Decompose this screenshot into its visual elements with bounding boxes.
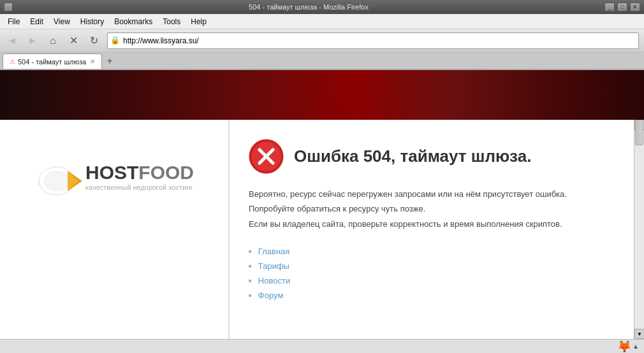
tabbar: ⚠ 504 - таймаут шлюза ✕ + [0,52,644,70]
error-header: Ошибка 504, таймаут шлюза. [249,139,625,174]
address-bar[interactable]: 🔒 [107,32,639,49]
menu-file[interactable]: File [3,16,25,27]
menu-help[interactable]: Help [186,16,212,27]
close-button[interactable]: ✕ [630,3,640,11]
back-button[interactable]: ◄ [3,32,22,50]
maximize-button[interactable]: □ [617,3,627,11]
menu-history[interactable]: History [75,16,109,27]
statusbar: 🦊 ▲ [0,339,644,353]
page-header-bg [0,70,644,120]
page-main: HOST FOOD качественный недорогой хостинг… [0,70,644,353]
reload-icon: ↻ [90,34,98,47]
tab-favicon-icon: ⚠ [10,58,15,65]
logo-section: HOST FOOD качественный недорогой хостинг [0,120,230,353]
status-arrow: ▲ [633,343,639,350]
logo-text: HOST FOOD качественный недорогой хостинг [85,163,194,191]
link-tarify[interactable]: Тарифы [258,261,289,271]
scroll-down-button[interactable]: ▼ [634,329,644,339]
forward-button[interactable]: ► [23,32,42,50]
list-item: Тарифы [249,261,625,271]
error-desc-line1: Вероятно, ресурс сейчас перегружен запро… [249,187,625,201]
titlebar-controls[interactable]: _ □ ✕ [604,3,640,11]
browser-content: HOST FOOD качественный недорогой хостинг… [0,70,644,353]
stop-button[interactable]: ✕ [64,32,83,50]
titlebar: 504 - таймаут шлюза - Mozilla Firefox _ … [0,0,644,14]
error-desc-line3: Если вы владелец сайта, проверьте коррек… [249,217,625,231]
link-forum[interactable]: Форум [258,291,284,300]
menu-tools[interactable]: Tools [157,16,186,27]
logo-tagline: качественный недорогой хостинг [85,184,194,191]
error-title: Ошибка 504, таймаут шлюза. [294,147,531,166]
logo-food-text: FOOD [138,163,194,182]
error-links-list: Главная Тарифы Новости Форум [249,247,625,300]
firefox-icon: 🦊 [617,340,631,354]
home-button[interactable]: ⌂ [43,32,62,50]
list-item: Новости [249,276,625,285]
tab-label: 504 - таймаут шлюза [18,58,86,66]
menu-bookmarks[interactable]: Bookmarks [109,16,157,27]
scrollbar-track[interactable]: ▲ ▼ [634,120,644,339]
menu-view[interactable]: View [48,16,75,27]
back-icon: ◄ [7,35,17,47]
new-tab-button[interactable]: + [102,54,117,69]
logo-plate-icon [34,152,85,203]
link-novosti[interactable]: Новости [258,276,290,285]
svg-point-2 [44,171,70,191]
forward-icon: ► [27,35,38,47]
menu-edit[interactable]: Edit [25,16,48,27]
tab-close-button[interactable]: ✕ [90,58,95,65]
minimize-button[interactable]: _ [604,3,615,11]
toolbar: ◄ ► ⌂ ✕ ↻ 🔒 [0,29,644,52]
menubar: File Edit View History Bookmarks Tools H… [0,14,644,29]
list-item: Главная [249,247,625,256]
logo-host-text: HOST [85,163,138,182]
error-description: Вероятно, ресурс сейчас перегружен запро… [249,187,625,231]
address-input[interactable] [123,36,636,45]
titlebar-title: 504 - таймаут шлюза - Mozilla Firefox [13,3,604,11]
reload-button[interactable]: ↻ [84,32,103,50]
stop-icon: ✕ [70,34,78,47]
list-item: Форум [249,291,625,300]
security-icon: 🔒 [110,36,121,46]
svg-marker-4 [68,171,78,191]
tab-active[interactable]: ⚠ 504 - таймаут шлюза ✕ [3,54,102,69]
error-504-icon [249,139,284,174]
error-desc-line2: Попробуйте обратиться к ресурсу чуть поз… [249,201,625,216]
titlebar-menu-btn[interactable] [4,3,13,11]
titlebar-left-controls[interactable] [4,3,13,11]
scroll-thumb[interactable] [635,120,643,145]
error-section: Ошибка 504, таймаут шлюза. Вероятно, рес… [230,120,644,353]
logo-wrap: HOST FOOD качественный недорогой хостинг [34,152,194,203]
link-glavnaya[interactable]: Главная [258,247,289,256]
home-icon: ⌂ [50,35,56,47]
